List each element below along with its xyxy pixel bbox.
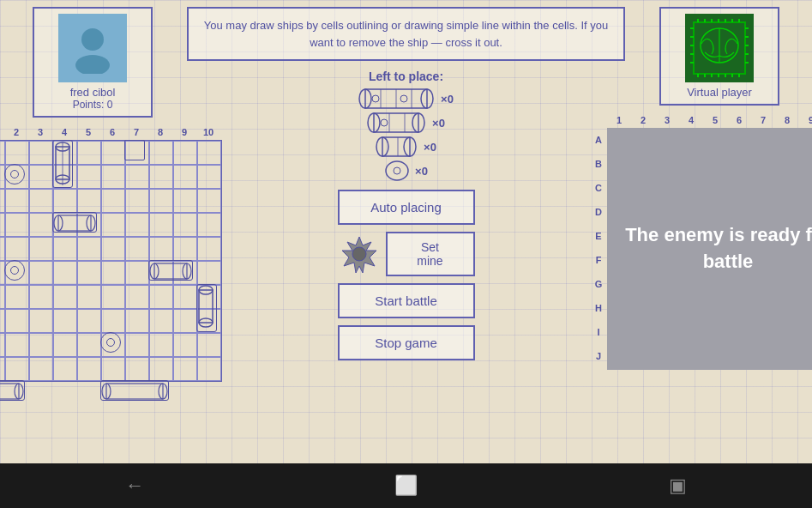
left-grid-cell[interactable] xyxy=(77,189,101,213)
svg-rect-16 xyxy=(0,384,19,399)
left-grid-cell[interactable] xyxy=(125,357,149,381)
left-grid-cell[interactable] xyxy=(29,357,53,381)
left-grid-cell[interactable] xyxy=(53,357,77,381)
left-grid-cell[interactable] xyxy=(5,189,29,213)
left-grid-cell[interactable] xyxy=(149,285,173,309)
left-grid-cell[interactable] xyxy=(101,333,125,357)
mine-icon-box xyxy=(338,233,381,275)
left-grid-cell[interactable] xyxy=(125,189,149,213)
home-button[interactable]: ⬜ xyxy=(394,475,418,497)
left-grid-cell[interactable] xyxy=(5,261,29,285)
left-grid-cell[interactable] xyxy=(77,237,101,261)
ship-row-2: ×0 xyxy=(376,136,436,157)
left-grid-cell[interactable] xyxy=(149,165,173,189)
left-grid-cell[interactable] xyxy=(125,213,149,237)
left-grid-cell[interactable] xyxy=(5,213,29,237)
left-grid-cell[interactable] xyxy=(53,189,77,213)
left-grid-cell[interactable] xyxy=(77,213,101,237)
left-grid-cell[interactable] xyxy=(5,141,29,165)
left-grid-cell[interactable] xyxy=(29,141,53,165)
ship-row-1: ×0 xyxy=(384,160,428,181)
right-grid-col-labels: 1 2 3 4 5 6 7 8 9 10 xyxy=(607,112,812,128)
left-grid-cell[interactable] xyxy=(149,357,173,381)
left-grid-cell[interactable] xyxy=(149,189,173,213)
left-grid-cell[interactable] xyxy=(5,309,29,333)
left-grid-cell[interactable] xyxy=(53,165,77,189)
left-grid-cell[interactable] xyxy=(53,309,77,333)
left-grid-cell[interactable] xyxy=(101,213,125,237)
left-grid-cell[interactable] xyxy=(101,237,125,261)
left-grid-cell[interactable] xyxy=(149,333,173,357)
rcol-label-3: 3 xyxy=(655,112,679,128)
svg-point-0 xyxy=(81,28,104,51)
ship-1-count: ×0 xyxy=(415,165,428,178)
start-battle-button[interactable]: Start battle xyxy=(338,283,475,318)
svg-point-40 xyxy=(394,167,400,174)
left-grid-cell[interactable] xyxy=(125,309,149,333)
left-grid-cell[interactable] xyxy=(149,309,173,333)
left-grid-cell[interactable] xyxy=(77,333,101,357)
stop-game-button[interactable]: Stop game xyxy=(338,325,475,360)
svg-point-34 xyxy=(381,119,388,126)
left-grid-cell[interactable] xyxy=(29,237,53,261)
left-grid-cell[interactable] xyxy=(149,141,173,165)
auto-placing-button[interactable]: Auto placing xyxy=(338,190,475,225)
middle-panel: You may draw ships by cells outlining or… xyxy=(183,7,629,457)
left-grid-cell[interactable] xyxy=(29,165,53,189)
left-grid-cell[interactable] xyxy=(101,165,125,189)
left-grid-cell[interactable] xyxy=(5,165,29,189)
left-grid-cell[interactable] xyxy=(53,237,77,261)
left-grid-cell[interactable] xyxy=(29,189,53,213)
left-grid-cell[interactable] xyxy=(29,285,53,309)
left-grid-cell[interactable] xyxy=(101,285,125,309)
left-grid-cell[interactable] xyxy=(101,141,125,165)
left-grid-cell[interactable] xyxy=(5,333,29,357)
left-grid-cell[interactable] xyxy=(149,213,173,237)
left-grid-cell[interactable] xyxy=(29,309,53,333)
left-grid-cell[interactable] xyxy=(77,141,101,165)
left-grid-cell[interactable] xyxy=(53,285,77,309)
right-grid-container: 1 2 3 4 5 6 7 8 9 10 A B C D E F G xyxy=(590,112,812,370)
recent-button[interactable]: ▣ xyxy=(669,475,687,497)
virtual-player-card: Virtual player xyxy=(659,7,779,106)
rrow-label-J: J xyxy=(590,344,607,368)
rrow-label-B: B xyxy=(590,152,607,176)
left-grid-cell[interactable] xyxy=(101,189,125,213)
left-grid-cell[interactable] xyxy=(77,165,101,189)
left-grid-cell[interactable] xyxy=(77,285,101,309)
col-label-7: 7 xyxy=(124,124,148,140)
col-label-2: 2 xyxy=(4,124,28,140)
left-grid-cell[interactable] xyxy=(53,213,77,237)
left-grid-cell[interactable] xyxy=(5,357,29,381)
left-grid-cell[interactable] xyxy=(125,285,149,309)
ship-row-4: ×0 xyxy=(358,88,454,109)
left-grid-cell[interactable] xyxy=(29,213,53,237)
left-grid-cell[interactable] xyxy=(53,261,77,285)
ship-3-icon xyxy=(367,112,427,133)
left-grid-cell[interactable] xyxy=(149,261,173,285)
left-grid-cell[interactable] xyxy=(77,261,101,285)
left-grid-cell[interactable] xyxy=(125,333,149,357)
back-button[interactable]: ← xyxy=(125,475,144,497)
left-grid-cell[interactable] xyxy=(125,261,149,285)
left-grid-cell[interactable] xyxy=(5,237,29,261)
left-grid-cell[interactable] xyxy=(149,237,173,261)
left-grid-cell[interactable] xyxy=(29,261,53,285)
left-grid-cell[interactable] xyxy=(125,165,149,189)
left-grid-cell[interactable] xyxy=(101,357,125,381)
left-grid-cell[interactable] xyxy=(101,309,125,333)
left-grid-cell[interactable] xyxy=(53,333,77,357)
rrow-label-D: D xyxy=(590,200,607,224)
set-mine-button[interactable]: Setmine xyxy=(386,232,475,276)
left-grid-cell[interactable] xyxy=(5,285,29,309)
col-label-8: 8 xyxy=(148,124,172,140)
left-grid-cell[interactable] xyxy=(77,309,101,333)
left-grid-cell[interactable] xyxy=(101,261,125,285)
left-grid-cell[interactable] xyxy=(125,141,149,165)
left-grid-cell[interactable] xyxy=(77,357,101,381)
left-grid-cell[interactable] xyxy=(29,333,53,357)
right-grid-wrapper: The enemy is ready for battle xyxy=(607,128,812,370)
left-grid-cell[interactable] xyxy=(53,141,77,165)
mine-button-row: Setmine xyxy=(338,232,475,276)
left-grid-cell[interactable] xyxy=(125,237,149,261)
